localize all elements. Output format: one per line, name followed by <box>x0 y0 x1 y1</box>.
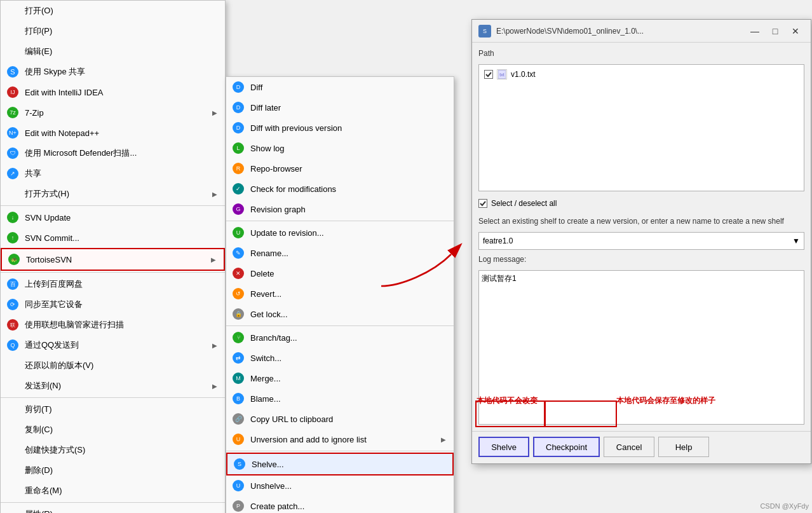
checkmod-icon: ✓ <box>231 182 245 196</box>
menu-label-defender: 使用 Microsoft Defender扫描... <box>25 147 137 159</box>
minimize-button[interactable]: — <box>746 25 764 38</box>
menu-item-qq[interactable]: Q 通过QQ发送到 ▶ <box>1 335 225 355</box>
submenu-repobrowser[interactable]: R Repo-browser <box>226 158 454 179</box>
close-button[interactable]: ✕ <box>787 25 804 38</box>
file-type-icon: txt <box>497 69 507 79</box>
open-icon <box>6 4 20 18</box>
menu-label-lenovo: 使用联想电脑管家进行扫描 <box>25 319 124 331</box>
menu-item-openway[interactable]: 打开方式(H) ▶ <box>1 184 225 204</box>
log-message-label: Log message: <box>478 255 804 264</box>
showlog-icon: L <box>231 141 245 155</box>
unshelve-icon: U <box>231 479 245 493</box>
file-list-item: txt v1.0.txt <box>482 67 801 81</box>
menu-item-7zip[interactable]: 7z 7-Zip ▶ <box>1 102 225 123</box>
submenu-label-diff: Diff <box>250 83 262 92</box>
menu-item-lenovo[interactable]: 联 使用联想电脑管家进行扫描 <box>1 315 225 335</box>
arrow-openway: ▶ <box>212 191 217 198</box>
submenu-createpatch[interactable]: P Create patch... <box>226 496 454 513</box>
submenu-checkmod[interactable]: ✓ Check for modifications <box>226 179 454 199</box>
submenu-difflater[interactable]: D Diff later <box>226 97 454 118</box>
submenu-label-revert: Revert... <box>250 289 281 299</box>
lenovo-icon: 联 <box>6 318 20 332</box>
menu-item-copy[interactable]: 复制(C) <box>1 420 225 440</box>
qq-icon: Q <box>6 338 20 352</box>
shelf-value: featre1.0 <box>483 236 513 245</box>
menu-item-shortcut[interactable]: 创建快捷方式(S) <box>1 440 225 460</box>
menu-label-qq: 通过QQ发送到 <box>25 339 79 351</box>
menu-item-share[interactable]: ↗ 共享 <box>1 163 225 184</box>
shortcut-icon <box>6 443 20 457</box>
submenu-delete[interactable]: ✕ Delete <box>226 263 454 284</box>
menu-item-open[interactable]: 打开(O) <box>1 1 225 21</box>
submenu-unversion[interactable]: U Unversion and add to ignore list ▶ <box>226 429 454 449</box>
rename-sub-icon: ✎ <box>231 246 245 260</box>
submenu-rename[interactable]: ✎ Rename... <box>226 243 454 263</box>
submenu-merge[interactable]: M Merge... <box>226 368 454 388</box>
getlock-icon: 🔒 <box>231 307 245 321</box>
submenu-shelve[interactable]: S Shelve... <box>226 453 454 475</box>
shelve-menu-icon: S <box>233 457 247 471</box>
select-all-checkbox[interactable] <box>478 199 487 208</box>
sendto-icon <box>6 379 20 393</box>
menu-item-tortoise[interactable]: 🐢 TortoiseSVN ▶ <box>1 248 225 271</box>
menu-item-baidu[interactable]: 百 上传到百度网盘 <box>1 274 225 294</box>
menu-item-revert[interactable]: 还原以前的版本(V) <box>1 355 225 376</box>
submenu-updaterev[interactable]: U Update to revision... <box>226 222 454 243</box>
sync-icon: ⟳ <box>6 298 20 311</box>
menu-item-cut[interactable]: 剪切(T) <box>1 399 225 420</box>
menu-item-svncommit[interactable]: ↑ SVN Commit... <box>1 228 225 248</box>
context-menu-main[interactable]: 打开(O) 打印(P) 编辑(E) S 使用 Skype 共享 IJ Edit … <box>0 0 226 513</box>
menu-label-sync: 同步至其它设备 <box>25 299 83 310</box>
submenu-switch[interactable]: ⇄ Switch... <box>226 348 454 368</box>
intellij-icon: IJ <box>6 85 20 99</box>
menu-item-defender[interactable]: 🛡 使用 Microsoft Defender扫描... <box>1 143 225 163</box>
submenu-getlock[interactable]: 🔒 Get lock... <box>226 304 454 324</box>
submenu-revgraph[interactable]: G Revision graph <box>226 199 454 219</box>
menu-item-intellij[interactable]: IJ Edit with IntelliJ IDEA <box>1 82 225 102</box>
submenu-diff[interactable]: D Diff <box>226 77 454 97</box>
submenu-unshelve[interactable]: U Unshelve... <box>226 475 454 496</box>
svg-text:txt: txt <box>499 72 504 77</box>
file-checkbox[interactable] <box>484 70 493 79</box>
properties-icon <box>6 507 20 513</box>
menu-item-sendto[interactable]: 发送到(N) ▶ <box>1 376 225 396</box>
shelve-button[interactable]: Shelve <box>478 437 529 457</box>
submenu-revert[interactable]: ↺ Revert... <box>226 284 454 304</box>
cut-icon <box>6 402 20 416</box>
arrow-tortoise: ▶ <box>211 256 216 263</box>
menu-item-svnupdate[interactable]: ↓ SVN Update <box>1 207 225 228</box>
menu-item-sync[interactable]: ⟳ 同步至其它设备 <box>1 294 225 315</box>
createpatch-icon: P <box>231 499 245 513</box>
baidu-icon: 百 <box>6 277 20 291</box>
menu-item-edit[interactable]: 编辑(E) <box>1 41 225 62</box>
menu-label-intellij: Edit with IntelliJ IDEA <box>25 88 104 97</box>
submenu-diffprev[interactable]: D Diff with previous version <box>226 118 454 138</box>
context-menu-sub[interactable]: D Diff D Diff later D Diff with previous… <box>226 76 454 513</box>
cancel-button[interactable]: Cancel <box>604 437 654 457</box>
menu-item-rename[interactable]: 重命名(M) <box>1 481 225 501</box>
menu-label-rename: 重命名(M) <box>25 485 62 496</box>
dialog-content: Path txt v1.0.txt Select / deselect all … <box>472 43 811 431</box>
menu-item-properties[interactable]: 属性(R) <box>1 504 225 513</box>
menu-item-skype[interactable]: S 使用 Skype 共享 <box>1 62 225 82</box>
submenu-branch[interactable]: ⑂ Branch/tag... <box>226 327 454 348</box>
submenu-label-checkmod: Check for modifications <box>250 184 336 194</box>
submenu-showlog[interactable]: L Show log <box>226 138 454 158</box>
checkpoint-button[interactable]: Checkpoint <box>533 437 600 457</box>
submenu-label-blame: Blame... <box>250 394 281 404</box>
shelf-dropdown[interactable]: featre1.0 ▼ <box>478 232 804 250</box>
svnupdate-icon: ↓ <box>6 210 20 224</box>
menu-item-print[interactable]: 打印(P) <box>1 21 225 41</box>
submenu-copyurl[interactable]: 🔗 Copy URL to clipboard <box>226 409 454 429</box>
maximize-button[interactable]: □ <box>766 25 784 38</box>
menu-label-shortcut: 创建快捷方式(S) <box>25 444 85 456</box>
menu-item-delete[interactable]: 删除(D) <box>1 460 225 481</box>
file-name: v1.0.txt <box>511 70 536 79</box>
arrow-unversion: ▶ <box>441 436 446 443</box>
log-message-textarea[interactable]: 测试暂存1 <box>478 270 804 425</box>
separator-3 <box>1 397 225 398</box>
menu-item-notepad[interactable]: N+ Edit with Notepad++ <box>1 123 225 143</box>
submenu-blame[interactable]: B Blame... <box>226 388 454 409</box>
help-button[interactable]: Help <box>658 437 709 457</box>
print-icon <box>6 24 20 38</box>
